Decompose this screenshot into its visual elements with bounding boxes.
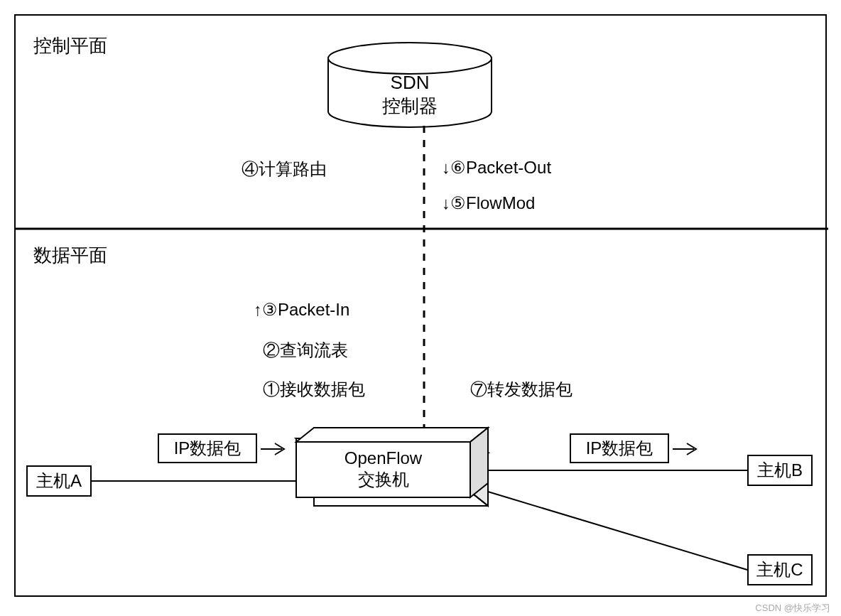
step-6: ↓⑥Packet-Out <box>442 158 551 178</box>
host-a: 主机A <box>26 465 92 497</box>
step-7: ⑦转发数据包 <box>470 378 573 401</box>
host-b: 主机B <box>747 455 813 486</box>
sdn-controller: SDN 控制器 <box>328 71 492 117</box>
svg-marker-21 <box>296 428 488 442</box>
step-5: ↓⑤FlowMod <box>442 193 535 213</box>
step-1: ①接收数据包 <box>263 378 365 401</box>
data-plane-label: 数据平面 <box>33 243 107 268</box>
openflow-switch: OpenFlow 交换机 <box>296 448 470 490</box>
svg-marker-17 <box>470 438 488 506</box>
svg-line-4 <box>488 492 747 570</box>
controller-line2: 控制器 <box>328 94 492 118</box>
host-c: 主机C <box>747 554 813 585</box>
control-plane-label: 控制平面 <box>33 33 107 58</box>
step-4: ④计算路由 <box>242 158 327 180</box>
ip-packet-right: IP数据包 <box>570 433 669 463</box>
svg-point-7 <box>328 43 492 74</box>
step-2: ②查询流表 <box>263 339 348 362</box>
controller-line1: SDN <box>328 71 492 94</box>
step-3: ↑③Packet-In <box>254 300 349 320</box>
svg-marker-22 <box>470 428 488 497</box>
diagram-container: 控制平面 数据平面 SDN 控制器 OpenFlow 交换机 ④计算路由 ↓⑥P… <box>14 14 827 597</box>
switch-line2: 交换机 <box>296 469 470 490</box>
ip-packet-left: IP数据包 <box>158 433 257 463</box>
switch-line1: OpenFlow <box>296 448 470 469</box>
watermark: CSDN @快乐学习 <box>755 602 830 615</box>
